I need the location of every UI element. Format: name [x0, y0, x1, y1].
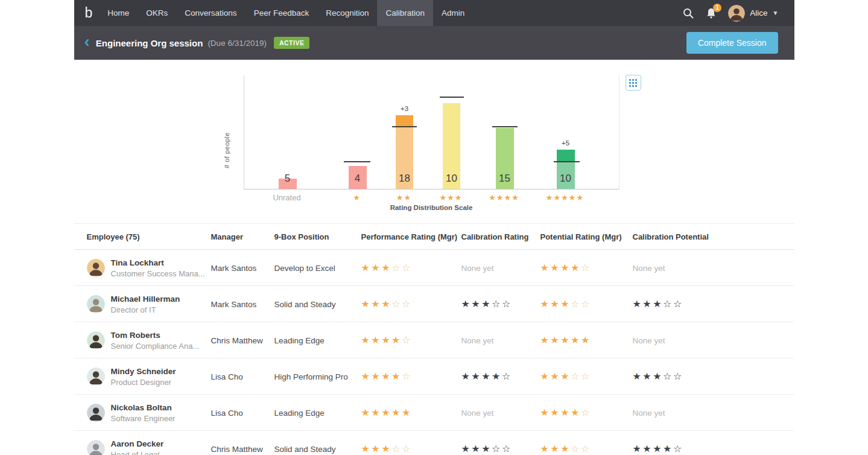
avatar — [87, 368, 105, 386]
star-rating-calibration-potential[interactable]: ★★★☆☆ — [633, 299, 683, 309]
none-yet-calibration[interactable]: None yet — [461, 263, 494, 272]
complete-session-button[interactable]: Complete Session — [686, 32, 778, 54]
table-row-nickolas-boltan[interactable]: Nickolas Boltan Software EngineerLisa Ch… — [74, 395, 794, 431]
none-yet-calibration-potential[interactable]: None yet — [633, 336, 665, 345]
target-line-3-star — [440, 97, 464, 98]
bar-value-5-star: 10 — [548, 173, 584, 185]
table-row-mindy-schneider[interactable]: Mindy Schneider Product DesignerLisa Cho… — [74, 358, 794, 395]
star-rating-performance[interactable]: ★★★☆☆ — [361, 444, 412, 454]
employee-info: Nickolas Boltan Software Engineer — [111, 402, 176, 422]
nav-item-home[interactable]: Home — [99, 0, 138, 26]
star-rating-performance[interactable]: ★★★★☆ — [361, 372, 412, 381]
table-row-michael-hillerman[interactable]: Michael Hillerman Director of ITMark San… — [74, 286, 794, 322]
avatar — [87, 440, 105, 455]
column-header-calibration-potential: Calibration Potential — [633, 232, 709, 241]
nav-item-admin[interactable]: Admin — [433, 0, 473, 26]
target-line-2-star — [392, 126, 417, 127]
status-badge: ACTIVE — [274, 37, 310, 49]
employee-name: Michael Hillerman — [111, 294, 180, 303]
notification-count-badge: 1 — [713, 4, 721, 12]
bob-logo: b — [74, 0, 100, 26]
table-body: Tina Lockhart Customer Success Mana...Ma… — [74, 250, 794, 455]
bar-value-1-star: 4 — [340, 173, 376, 185]
top-navigation: b HomeOKRsConversationsPeer FeedbackReco… — [74, 0, 794, 26]
manager-name: Chris Matthew — [211, 444, 263, 453]
bar-value-3-star: 10 — [434, 173, 470, 185]
none-yet-calibration-potential[interactable]: None yet — [633, 263, 665, 272]
nav-item-calibration[interactable]: Calibration — [377, 0, 433, 26]
bar-value-unrated: 5 — [270, 173, 306, 185]
employee-info: Tina Lockhart Customer Success Mana... — [111, 258, 205, 278]
app-container: b HomeOKRsConversationsPeer FeedbackReco… — [74, 0, 794, 455]
avatar — [87, 331, 105, 349]
manager-name: Chris Matthew — [211, 336, 263, 345]
star-rating-performance[interactable]: ★★★★★ — [361, 408, 412, 418]
employee-role: Customer Success Mana... — [111, 269, 205, 278]
employee-name: Mindy Schneider — [111, 366, 176, 375]
session-header: ‹ Engineering Org session (Due 6/31/2019… — [74, 26, 794, 60]
nine-box-position: Leading Edge — [274, 408, 325, 417]
employee-role: Product Designer — [111, 377, 176, 386]
star-rating-calibration[interactable]: ★★★★☆ — [461, 372, 512, 381]
employee-name: Aaron Decker — [111, 439, 164, 448]
star-rating-potential[interactable]: ★★★☆☆ — [540, 299, 591, 309]
star-rating-potential[interactable]: ★★★★★ — [540, 336, 591, 345]
category-label-5-star: ★★★★★ — [532, 193, 598, 202]
bar-5-star-over — [557, 150, 575, 162]
chart-x-axis-label: Rating Distribution Scale — [244, 204, 619, 211]
table-row-aaron-decker[interactable]: Aaron Decker Head of LegalChris MatthewS… — [74, 431, 794, 455]
employee-name: Tina Lockhart — [111, 258, 205, 267]
column-header-calibration-rating: Calibration Rating — [461, 232, 529, 241]
star-rating-performance[interactable]: ★★★☆☆ — [361, 263, 412, 273]
nav-item-okrs[interactable]: OKRs — [138, 0, 176, 26]
category-label-4-star: ★★★★ — [471, 193, 537, 202]
chart-plot-area: 54+3181015+510 — [244, 75, 619, 189]
manager-name: Mark Santos — [211, 263, 257, 272]
star-rating-calibration[interactable]: ★★★☆☆ — [461, 444, 512, 454]
table-row-tina-lockhart[interactable]: Tina Lockhart Customer Success Mana...Ma… — [74, 250, 794, 286]
back-chevron-icon[interactable]: ‹ — [84, 33, 90, 50]
star-rating-performance[interactable]: ★★★☆☆ — [361, 299, 412, 309]
category-label-unrated: Unrated — [254, 193, 320, 202]
employee-role: Director of IT — [111, 305, 180, 314]
chevron-down-icon: ▼ — [773, 10, 779, 16]
none-yet-calibration-potential[interactable]: None yet — [633, 408, 665, 417]
search-icon[interactable] — [682, 7, 694, 19]
column-header-potential-rating-mgr: Potential Rating (Mgr) — [540, 232, 622, 241]
none-yet-calibration[interactable]: None yet — [461, 336, 494, 345]
star-rating-potential[interactable]: ★★★☆☆ — [540, 372, 591, 381]
star-rating-potential[interactable]: ★★★☆☆ — [540, 444, 591, 454]
avatar — [87, 404, 105, 422]
bar-value-4-star: 15 — [487, 173, 523, 185]
target-line-1-star — [344, 161, 370, 162]
star-rating-potential[interactable]: ★★★★☆ — [540, 263, 591, 273]
nav-item-recognition[interactable]: Recognition — [317, 0, 377, 26]
nine-box-position: High Performing Pro — [274, 372, 348, 381]
bar-2-star-over — [396, 115, 413, 127]
nine-box-position: Solid and Steady — [274, 444, 336, 453]
none-yet-calibration[interactable]: None yet — [461, 408, 494, 417]
avatar — [87, 295, 105, 313]
table-header: Employee (75)Manager9-Box PositionPerfor… — [74, 223, 794, 250]
star-rating-performance[interactable]: ★★★★☆ — [361, 336, 412, 345]
manager-name: Lisa Cho — [211, 408, 243, 417]
star-rating-calibration[interactable]: ★★★☆☆ — [461, 299, 512, 309]
session-due-date: (Due 6/31/2019) — [207, 39, 267, 48]
employee-role: Software Engineer — [111, 413, 176, 422]
rating-distribution-chart: # of people 54+3181015+510 Unrated★★★★★★… — [74, 60, 794, 223]
nine-box-position: Develop to Excel — [274, 263, 335, 272]
grid-dots-glyph — [629, 79, 637, 87]
nine-box-grid-icon[interactable] — [626, 75, 641, 91]
notifications-bell-icon[interactable]: 1 — [705, 7, 717, 19]
nav-item-conversations[interactable]: Conversations — [176, 0, 245, 26]
user-avatar — [728, 5, 745, 22]
employee-name: Tom Roberts — [111, 330, 200, 339]
star-rating-potential[interactable]: ★★★★☆ — [540, 408, 591, 418]
avatar — [87, 259, 105, 277]
star-rating-calibration-potential[interactable]: ★★★☆☆ — [633, 372, 683, 381]
nav-item-peer-feedback[interactable]: Peer Feedback — [246, 0, 318, 26]
star-rating-calibration-potential[interactable]: ★★★★☆ — [633, 444, 683, 454]
user-menu[interactable]: Alice ▼ — [728, 5, 778, 22]
table-row-tom-roberts[interactable]: Tom Roberts Senior Compliance Ana...Chri… — [74, 322, 794, 358]
manager-name: Lisa Cho — [211, 372, 243, 381]
